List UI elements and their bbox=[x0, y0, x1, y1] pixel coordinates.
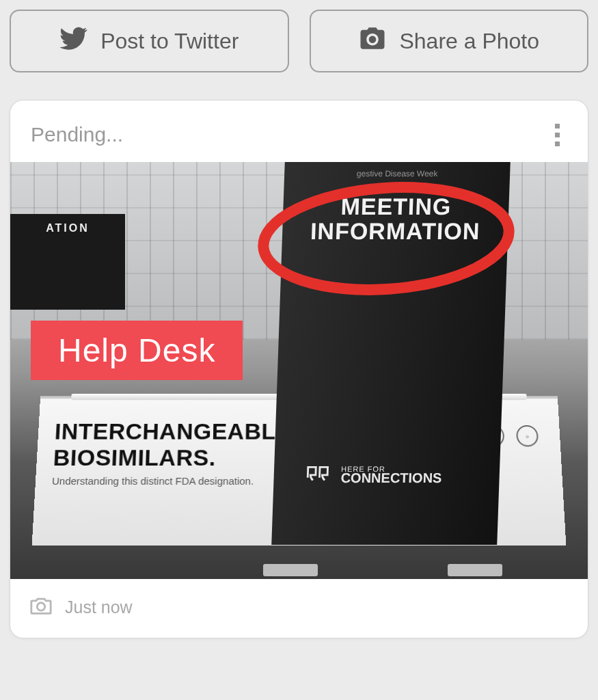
photo-pillar: gestive Disease Week MEETING INFORMATION… bbox=[271, 162, 511, 545]
post-to-twitter-button[interactable]: Post to Twitter bbox=[10, 10, 289, 72]
post-card: Pending... COL ATION INTERCHANGEABLE BIO… bbox=[10, 100, 588, 638]
pillar-connections: HERE FOR CONNECTIONS bbox=[301, 458, 487, 493]
counter-text: INTERCHANGEABLE BIOSIMILARS. Understandi… bbox=[52, 418, 292, 487]
counter-line1: INTERCHANGEABLE bbox=[54, 418, 292, 444]
camera-outline-icon bbox=[29, 595, 53, 619]
counter-line2: BIOSIMILARS. bbox=[53, 444, 292, 471]
counter-sub: Understanding this distinct FDA designat… bbox=[52, 475, 292, 487]
stand-foot bbox=[448, 564, 502, 576]
card-footer: Just now bbox=[10, 579, 588, 638]
pillar-line1: MEETING bbox=[290, 195, 502, 219]
share-photo-button[interactable]: Share a Photo bbox=[310, 10, 589, 72]
svg-point-1 bbox=[37, 603, 44, 610]
connections-big: CONNECTIONS bbox=[340, 470, 442, 485]
pillar-line2: INFORMATION bbox=[289, 219, 502, 244]
twitter-icon bbox=[59, 24, 88, 58]
card-header: Pending... bbox=[10, 100, 588, 162]
photo-button-label: Share a Photo bbox=[399, 29, 539, 54]
more-options-button[interactable] bbox=[547, 121, 567, 148]
post-status: Pending... bbox=[31, 123, 123, 146]
stand-foot bbox=[263, 564, 318, 576]
post-photo: COL ATION INTERCHANGEABLE BIOSIMILARS. U… bbox=[10, 162, 588, 579]
quote-icon bbox=[301, 458, 334, 493]
pillar-heading: MEETING INFORMATION bbox=[289, 195, 502, 243]
camera-icon bbox=[358, 24, 387, 58]
post-timestamp: Just now bbox=[65, 597, 133, 617]
pillar-small-text: gestive Disease Week bbox=[284, 169, 510, 178]
photo-left-banner: ATION bbox=[10, 214, 125, 310]
annotation-label: Help Desk bbox=[31, 321, 243, 380]
twitter-button-label: Post to Twitter bbox=[100, 29, 239, 54]
